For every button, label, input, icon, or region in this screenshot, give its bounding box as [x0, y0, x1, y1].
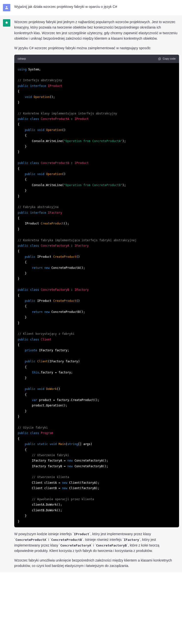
outro-paragraph-2: Wzorzec fabryki umożliwia uniknięcie bez… — [14, 558, 179, 569]
code-header: csharp Copy code — [14, 55, 179, 63]
user-message: Wyjaśnij jak działa wzorzec projektowy f… — [0, 0, 182, 15]
assistant-content: Wzorzec projektowy fabryki jest jednym z… — [14, 19, 179, 569]
user-content: Wyjaśnij jak działa wzorzec projektowy f… — [14, 4, 179, 11]
inline-code: IFactory — [124, 538, 139, 542]
assistant-avatar — [3, 19, 10, 26]
inline-code: ConcreteProductB — [51, 538, 82, 542]
assistant-logo-icon — [4, 21, 9, 25]
copy-code-label: Copy code — [163, 56, 176, 61]
copy-code-button[interactable]: Copy code — [158, 56, 176, 61]
code-pre: using System; // Interfejs abstrakcyjny … — [14, 63, 179, 527]
code-block: csharp Copy code using System; // Interf… — [14, 55, 179, 527]
inline-code: ConcreteFactoryA — [60, 544, 91, 547]
svg-rect-0 — [159, 58, 161, 60]
person-icon — [4, 6, 9, 10]
code-content: using System; // Interfejs abstrakcyjny … — [18, 68, 137, 523]
svg-rect-1 — [159, 58, 160, 60]
assistant-message: Wzorzec projektowy fabryki jest jednym z… — [0, 15, 182, 572]
intro-paragraph-1: Wzorzec projektowy fabryki jest jednym z… — [14, 19, 179, 41]
outro-paragraph-1: W powyższym kodzie istnieje interfejs `I… — [14, 531, 179, 554]
user-avatar — [3, 4, 10, 11]
user-prompt-text: Wyjaśnij jak działa wzorzec projektowy f… — [14, 4, 179, 9]
inline-code: ConcreteProductA — [15, 538, 46, 542]
clipboard-icon — [158, 57, 161, 60]
intro-paragraph-2: W języku C# wzorzec projektowy fabryki m… — [14, 45, 179, 51]
code-language-label: csharp — [18, 56, 26, 61]
inline-code: ConcreteFactoryB — [96, 544, 127, 547]
inline-code: IProduct — [74, 532, 90, 536]
